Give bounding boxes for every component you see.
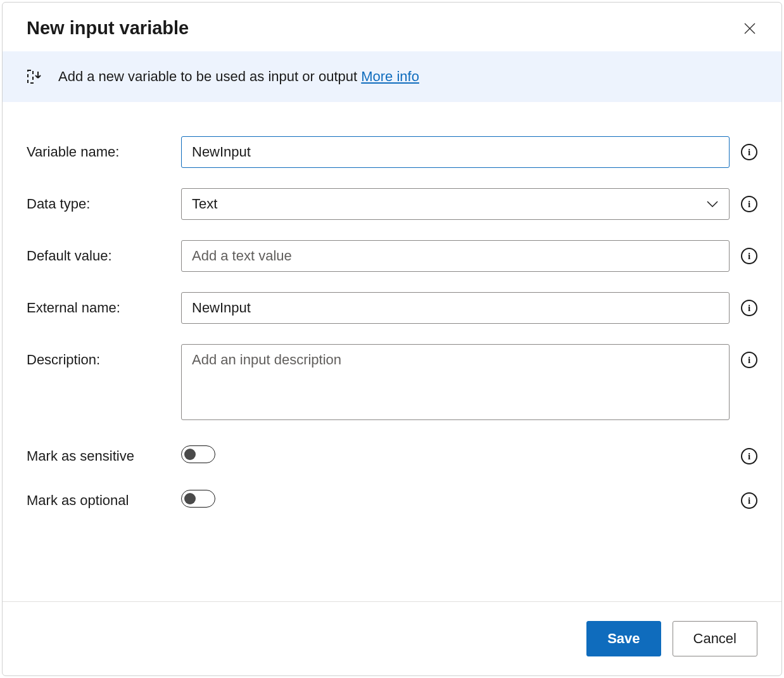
cancel-button[interactable]: Cancel	[673, 621, 757, 656]
form-body: Variable name: i Data type: Text i Defau…	[3, 102, 781, 601]
external-name-label: External name:	[27, 292, 181, 316]
new-input-variable-dialog: New input variable Add a new variable to…	[2, 2, 782, 676]
info-icon[interactable]: i	[741, 448, 757, 464]
variable-name-label: Variable name:	[27, 136, 181, 160]
mark-sensitive-toggle[interactable]	[181, 445, 215, 463]
data-type-label: Data type:	[27, 188, 181, 212]
info-icon[interactable]: i	[741, 352, 757, 368]
mark-optional-label: Mark as optional	[27, 485, 181, 509]
data-type-row: Data type: Text i	[27, 188, 757, 220]
description-textarea[interactable]	[181, 344, 730, 420]
input-variable-icon	[27, 68, 44, 86]
chevron-down-icon	[706, 200, 719, 208]
info-icon[interactable]: i	[741, 196, 757, 212]
info-icon[interactable]: i	[741, 492, 757, 509]
data-type-value: Text	[192, 196, 217, 212]
close-button[interactable]	[742, 21, 757, 36]
mark-sensitive-row: Mark as sensitive i	[27, 440, 757, 464]
dialog-title: New input variable	[27, 18, 189, 39]
description-row: Description: i	[27, 344, 757, 420]
info-icon[interactable]: i	[741, 144, 757, 160]
more-info-link[interactable]: More info	[361, 68, 419, 84]
close-icon	[743, 22, 756, 35]
banner-text: Add a new variable to be used as input o…	[58, 68, 419, 85]
variable-name-row: Variable name: i	[27, 136, 757, 168]
info-banner: Add a new variable to be used as input o…	[3, 51, 781, 102]
dialog-footer: Save Cancel	[3, 601, 781, 675]
dialog-header: New input variable	[3, 3, 781, 51]
mark-optional-toggle[interactable]	[181, 490, 215, 508]
external-name-input[interactable]	[181, 292, 730, 324]
default-value-label: Default value:	[27, 240, 181, 264]
description-label: Description:	[27, 344, 181, 368]
default-value-row: Default value: i	[27, 240, 757, 272]
default-value-input[interactable]	[181, 240, 730, 272]
save-button[interactable]: Save	[586, 621, 661, 656]
banner-message: Add a new variable to be used as input o…	[58, 68, 361, 84]
svg-rect-2	[28, 70, 33, 83]
external-name-row: External name: i	[27, 292, 757, 324]
variable-name-input[interactable]	[181, 136, 730, 168]
info-icon[interactable]: i	[741, 248, 757, 264]
data-type-select[interactable]: Text	[181, 188, 730, 220]
mark-optional-row: Mark as optional i	[27, 485, 757, 509]
info-icon[interactable]: i	[741, 300, 757, 316]
mark-sensitive-label: Mark as sensitive	[27, 440, 181, 464]
